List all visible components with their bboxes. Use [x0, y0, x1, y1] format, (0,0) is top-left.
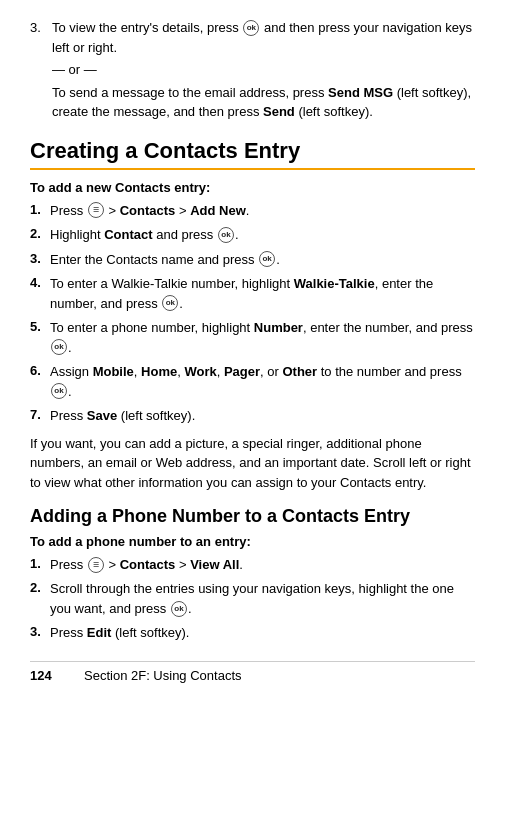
step-num: 1.: [30, 555, 50, 575]
list-item: 1. Press ☰ > Contacts > Add New.: [30, 201, 475, 221]
or-divider: — or —: [52, 60, 475, 80]
section1-intro: To add a new Contacts entry:: [30, 180, 475, 195]
step-text: Scroll through the entries using your na…: [50, 579, 475, 618]
step-number: 3.: [30, 18, 52, 122]
section1-body: If you want, you can add a picture, a sp…: [30, 434, 475, 493]
step-text: Press Save (left softkey).: [50, 406, 195, 426]
step-text: Enter the Contacts name and press ok.: [50, 250, 280, 270]
list-item: 7. Press Save (left softkey).: [30, 406, 475, 426]
step-num: 3.: [30, 623, 50, 643]
list-item: 1. Press ☰ > Contacts > View All.: [30, 555, 475, 575]
list-item: 6. Assign Mobile, Home, Work, Pager, or …: [30, 362, 475, 401]
step-num: 2.: [30, 579, 50, 618]
step-num: 1.: [30, 201, 50, 221]
step-text: To enter a phone number, highlight Numbe…: [50, 318, 475, 357]
adding-phone-section: Adding a Phone Number to a Contacts Entr…: [30, 506, 475, 643]
ok-icon: ok: [51, 383, 67, 399]
step-text: Press ☰ > Contacts > Add New.: [50, 201, 249, 221]
footer-text: Section 2F: Using Contacts: [84, 668, 242, 683]
step-num: 2.: [30, 225, 50, 245]
send-label: Send: [263, 104, 295, 119]
ok-icon: ok: [51, 339, 67, 355]
creating-contacts-section: Creating a Contacts Entry To add a new C…: [30, 138, 475, 493]
menu-icon: ☰: [88, 557, 104, 573]
step-num: 4.: [30, 274, 50, 313]
footer: 124 Section 2F: Using Contacts: [30, 661, 475, 683]
list-item: 3. Press Edit (left softkey).: [30, 623, 475, 643]
step3-line1: To view the entry's details, press ok an…: [52, 18, 475, 57]
send-msg-label: Send MSG: [328, 85, 393, 100]
list-item: 2. Highlight Contact and press ok.: [30, 225, 475, 245]
step-text: Press Edit (left softkey).: [50, 623, 189, 643]
ok-icon: ok: [243, 20, 259, 36]
ok-icon: ok: [259, 251, 275, 267]
ok-icon: ok: [162, 295, 178, 311]
ok-icon: ok: [218, 227, 234, 243]
section1-steps: 1. Press ☰ > Contacts > Add New. 2. High…: [30, 201, 475, 426]
step-num: 5.: [30, 318, 50, 357]
section2-intro: To add a phone number to an entry:: [30, 534, 475, 549]
step-num: 3.: [30, 250, 50, 270]
ok-icon: ok: [171, 601, 187, 617]
list-item: 3. Enter the Contacts name and press ok.: [30, 250, 475, 270]
section2-steps: 1. Press ☰ > Contacts > View All. 2. Scr…: [30, 555, 475, 643]
step-text: Highlight Contact and press ok.: [50, 225, 239, 245]
list-item: 2. Scroll through the entries using your…: [30, 579, 475, 618]
page-number: 124: [30, 668, 60, 683]
list-item: 5. To enter a phone number, highlight Nu…: [30, 318, 475, 357]
section1-title: Creating a Contacts Entry: [30, 138, 475, 170]
step-text: Assign Mobile, Home, Work, Pager, or Oth…: [50, 362, 475, 401]
list-item: 4. To enter a Walkie-Talkie number, high…: [30, 274, 475, 313]
step-text: Press ☰ > Contacts > View All.: [50, 555, 243, 575]
step-content: To view the entry's details, press ok an…: [52, 18, 475, 122]
step-num: 7.: [30, 406, 50, 426]
menu-icon: ☰: [88, 202, 104, 218]
step-text: To enter a Walkie-Talkie number, highlig…: [50, 274, 475, 313]
top-step3-block: 3. To view the entry's details, press ok…: [30, 18, 475, 122]
section2-title: Adding a Phone Number to a Contacts Entr…: [30, 506, 475, 528]
step3-line2: To send a message to the email address, …: [52, 83, 475, 122]
step-num: 6.: [30, 362, 50, 401]
